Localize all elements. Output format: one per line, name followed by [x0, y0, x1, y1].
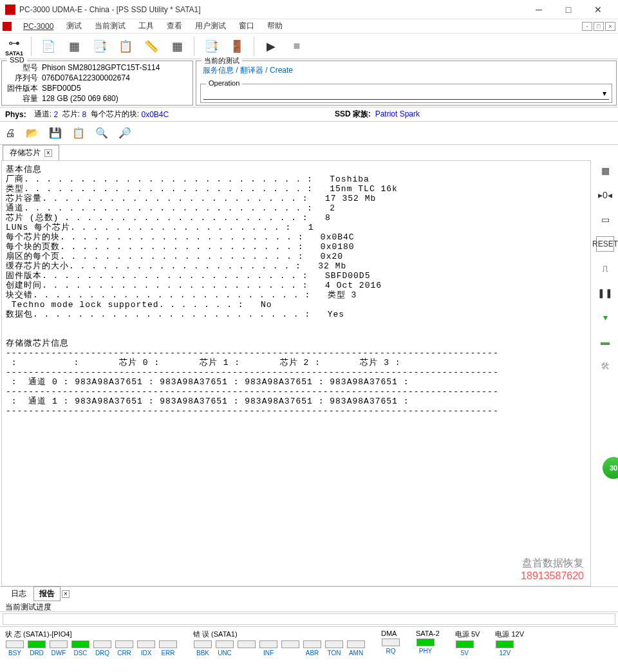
- bottom-tab-close[interactable]: ×: [62, 590, 70, 598]
- firmware-value: SBFD00D5: [42, 83, 81, 93]
- breadcrumb-links[interactable]: 服务信息 / 翻译器 / Create: [200, 62, 612, 79]
- titlebar: PC-3000 UDMA-E - China - [PS SSD Utility…: [0, 0, 618, 19]
- status-sata2-group: SATA-2 PHY: [416, 630, 440, 655]
- status-led: DWF: [49, 640, 68, 657]
- save-button[interactable]: 💾: [49, 127, 62, 139]
- rt-chip-icon[interactable]: ▦: [596, 163, 614, 178]
- status-led: RQ: [381, 639, 400, 655]
- ruler-icon: 📏: [144, 39, 158, 53]
- tool-btn-4[interactable]: 📋: [114, 35, 137, 58]
- status-led: 12V: [495, 640, 514, 657]
- menu-view[interactable]: 查看: [160, 19, 189, 33]
- copy-button[interactable]: 📋: [72, 127, 85, 139]
- play-button[interactable]: ▶: [259, 35, 283, 58]
- stop-button[interactable]: ■: [285, 35, 308, 58]
- print-button[interactable]: 🖨: [5, 127, 15, 139]
- channel-value: 2: [53, 110, 58, 119]
- mdi-restore[interactable]: □: [594, 22, 604, 31]
- connector-icon: ⊶: [8, 36, 20, 50]
- phys-row: Phys: 通道: 2 芯片: 8 每个芯片的块: 0x0B4C SSD 家族:…: [0, 107, 618, 122]
- mdi-minimize[interactable]: -: [582, 22, 592, 31]
- status-led: IDX: [136, 640, 156, 657]
- operation-dropdown[interactable]: ▾: [203, 87, 609, 100]
- secondary-toolbar: 🖨 📂 💾 📋 🔍 🔎: [0, 122, 618, 145]
- status-bar: 状 态 (SATA1)-[PIO4] BSYDRDDWFDSCDRQCRRIDX…: [0, 626, 618, 659]
- tab-storage-chip[interactable]: 存储芯片 ×: [3, 145, 59, 160]
- tab-log[interactable]: 日志: [5, 586, 32, 601]
- menu-pc3000[interactable]: PC-3000: [17, 21, 60, 32]
- minimize-button[interactable]: ─: [524, 0, 554, 19]
- ssd-family-value: Patriot Spark: [375, 109, 420, 118]
- stop-icon: ■: [294, 39, 301, 53]
- menu-tools[interactable]: 工具: [132, 19, 160, 33]
- tool-btn-2[interactable]: ▦: [62, 35, 86, 58]
- reset-button[interactable]: RESET: [596, 236, 614, 252]
- status-led: INF: [259, 640, 278, 657]
- grid-icon: ▦: [172, 39, 183, 53]
- progress-bar: [3, 613, 615, 625]
- blocks-value: 0x0B4C: [141, 110, 169, 119]
- menu-current-test[interactable]: 当前测试: [88, 19, 132, 33]
- exit-icon: 🚪: [230, 39, 244, 53]
- test-panel: 当前的测试 服务信息 / 翻译器 / Create Operation ▾: [196, 61, 617, 106]
- status-error-group: 错 误 (SATA1) BBKUNCINFABRTONAMN: [193, 630, 366, 657]
- progress-label: 当前测试进度: [0, 601, 618, 612]
- status-led: CRR: [115, 640, 134, 657]
- window-title: PC-3000 UDMA-E - China - [PS SSD Utility…: [19, 5, 524, 14]
- menu-user-test[interactable]: 用户测试: [189, 19, 232, 33]
- rt-down-icon[interactable]: ▾: [596, 310, 614, 325]
- status-state-group: 状 态 (SATA1)-[PIO4] BSYDRDDWFDSCDRQCRRIDX…: [5, 630, 178, 657]
- tool-btn-6[interactable]: ▦: [165, 35, 189, 58]
- rt-jumper-icon[interactable]: ⎍: [596, 261, 614, 276]
- status-led: [281, 640, 300, 657]
- app-icon-small: [3, 22, 12, 31]
- sata-button[interactable]: ⊶ SATA1: [3, 35, 26, 58]
- info-row: SSD 型号Phison SM280128GPTC15T-S114 序列号076…: [0, 59, 618, 107]
- settings-button[interactable]: 🛠: [596, 359, 614, 374]
- search-button[interactable]: 🔍: [95, 127, 108, 139]
- status-led: ABR: [303, 640, 322, 657]
- tool-btn-8[interactable]: 🚪: [225, 35, 248, 58]
- status-led: AMN: [346, 640, 366, 657]
- mdi-close[interactable]: ×: [605, 22, 615, 31]
- ssd-panel: SSD 型号Phison SM280128GPTC15T-S114 序列号076…: [1, 61, 193, 106]
- status-led: DRD: [27, 640, 46, 657]
- maximize-button[interactable]: □: [554, 0, 583, 19]
- search-next-button[interactable]: 🔎: [118, 127, 131, 139]
- rt-power-icon[interactable]: ▸0◂: [596, 187, 614, 203]
- menubar: PC-3000 测试 当前测试 工具 查看 用户测试 窗口 帮助 - □ ×: [0, 19, 618, 33]
- pause-button[interactable]: ❚❚: [596, 285, 614, 301]
- tab-report[interactable]: 报告: [33, 586, 61, 601]
- chevron-down-icon: ▾: [603, 89, 606, 98]
- rt-chip2-icon[interactable]: ▬: [596, 334, 614, 350]
- status-pwr12-group: 电源 12V 12V: [495, 630, 524, 657]
- status-led: ERR: [158, 640, 178, 657]
- main-toolbar: ⊶ SATA1 📄 ▦ 📑 📋 📏 ▦ 📑 🚪 ▶ ■: [0, 33, 618, 59]
- tool-btn-1[interactable]: 📄: [37, 35, 60, 58]
- status-led: DRQ: [93, 640, 112, 657]
- sheet-icon: 📋: [118, 39, 133, 53]
- chip-info-text: 基本信息 厂商. . . . . . . . . . . . . . . . .…: [6, 165, 586, 416]
- chip-value: 8: [82, 110, 86, 119]
- tool-btn-5[interactable]: 📏: [140, 35, 163, 58]
- menu-test[interactable]: 测试: [60, 19, 88, 33]
- status-led: [237, 640, 256, 657]
- close-button[interactable]: ✕: [583, 0, 613, 19]
- tool-btn-3[interactable]: 📑: [88, 35, 111, 58]
- status-led: BBK: [193, 640, 212, 657]
- tab-close-button[interactable]: ×: [44, 149, 52, 157]
- open-button[interactable]: 📂: [26, 127, 39, 139]
- menu-window[interactable]: 窗口: [232, 19, 261, 33]
- content-area: 基本信息 厂商. . . . . . . . . . . . . . . . .…: [1, 160, 591, 586]
- status-led: DSC: [71, 640, 90, 657]
- menu-help[interactable]: 帮助: [261, 19, 289, 33]
- rt-module-icon[interactable]: ▭: [596, 212, 614, 227]
- status-led: 5V: [455, 640, 474, 657]
- tool-btn-7[interactable]: 📑: [200, 35, 223, 58]
- status-led: UNC: [215, 640, 234, 657]
- status-led: BSY: [5, 640, 24, 657]
- capacity-value: 128 GB (250 069 680): [42, 93, 118, 104]
- copy-icon: 📑: [204, 39, 218, 53]
- model-value: Phison SM280128GPTC15T-S114: [42, 62, 160, 73]
- status-led: PHY: [416, 639, 435, 655]
